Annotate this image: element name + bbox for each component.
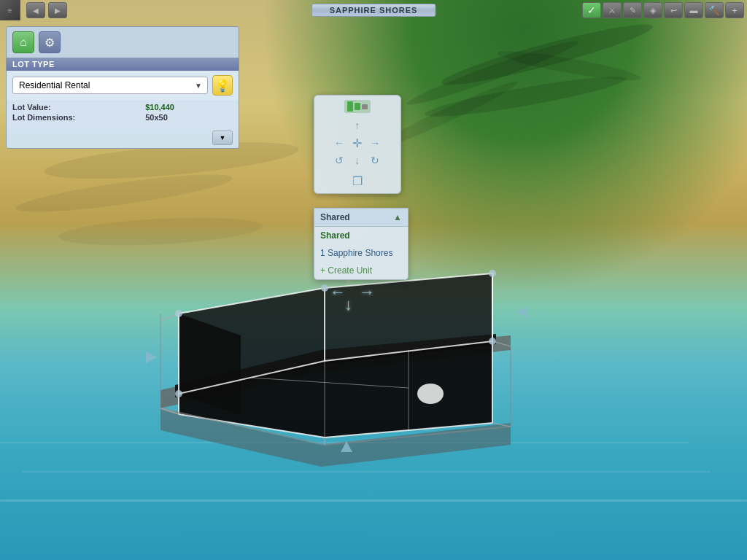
lightbulb-icon: 💡 <box>215 79 230 93</box>
popup-control-grid: ↑ ← ✛ → ↺ ↓ ↻ <box>331 117 384 168</box>
ctrl-up-button[interactable]: ↑ <box>349 117 365 133</box>
ctrl-empty-1 <box>331 117 347 133</box>
svg-point-34 <box>175 310 182 317</box>
lot-wireframe <box>73 146 598 474</box>
topbar-right-buttons: ✓ ⚔ ✎ ◈ ↩ ▬ 🔨 + <box>582 0 747 20</box>
unit-sapphire-label: 1 Sapphire Shores <box>320 248 392 258</box>
unit-item-create[interactable]: + Create Unit <box>314 262 408 279</box>
ctrl-center-button[interactable]: ✛ <box>349 135 365 151</box>
topbar-title: Sapphire Shores <box>311 4 436 17</box>
gear-button[interactable]: ⚙ <box>39 31 61 53</box>
ctrl-empty-2 <box>367 117 383 133</box>
lot-value: $10,440 <box>145 103 233 112</box>
ctrl-copy-row: ❐ <box>319 173 396 189</box>
undo-button[interactable]: ↩ <box>664 2 683 18</box>
tool-button-4[interactable]: ▬ <box>684 2 703 18</box>
panel-header: ⌂ ⚙ <box>7 27 239 58</box>
unit-dropdown-header[interactable]: Shared ▲ <box>314 209 408 227</box>
popup-stat-bar <box>319 100 396 113</box>
unit-create-label: + Create Unit <box>320 265 372 276</box>
lot-info-grid: Lot Value: $10,440 Lot Dimensions: 50x50 <box>7 100 239 128</box>
move-arrow-left[interactable]: ← <box>330 283 346 302</box>
bar-seg-1 <box>347 101 353 112</box>
ctrl-copy-button[interactable]: ❐ <box>349 173 365 189</box>
ctrl-left-button[interactable]: ← <box>331 135 347 151</box>
nav-back-button[interactable]: ◀ <box>26 2 45 18</box>
lot-type-dropdown-wrapper: Residential Rental ▼ <box>12 77 208 94</box>
tool-button-1[interactable]: ⚔ <box>603 2 622 18</box>
object-control-popup: ↑ ← ✛ → ↺ ↓ ↻ ❐ <box>314 95 401 194</box>
lot-type-value: Residential Rental <box>19 80 90 90</box>
topbar: ≡ ◀ ▶ Sapphire Shores ✓ ⚔ ✎ ◈ ↩ ▬ 🔨 <box>0 0 747 20</box>
ctrl-rotate-right-button[interactable]: ↻ <box>367 152 383 168</box>
lot-type-row: Residential Rental ▼ 💡 <box>7 71 239 100</box>
move-arrow-right[interactable]: → <box>359 283 375 302</box>
svg-point-37 <box>175 390 182 397</box>
unit-item-sapphire[interactable]: 1 Sapphire Shores <box>314 244 408 262</box>
lot-type-section-label: Lot Type <box>7 58 239 71</box>
bar-seg-2 <box>355 103 360 110</box>
topbar-left-area: ≡ <box>0 0 20 20</box>
lot-dimensions-label: Lot Dimensions: <box>12 113 133 122</box>
svg-point-35 <box>321 284 328 292</box>
tool-button-2[interactable]: ✎ <box>623 2 642 18</box>
bar-seg-3 <box>362 104 368 109</box>
ctrl-rotate-left-button[interactable]: ↺ <box>331 152 347 168</box>
lot-type-dropdown[interactable]: Residential Rental <box>12 77 208 94</box>
world-name: Sapphire Shores <box>330 6 418 15</box>
lot-value-label: Lot Value: <box>12 103 133 112</box>
unit-shared-label: Shared <box>320 230 350 241</box>
lighting-button[interactable]: 💡 <box>212 75 233 96</box>
lot-dimensions-value: 50x50 <box>145 113 233 122</box>
home-icon: ⌂ <box>20 36 27 49</box>
ctrl-down-button[interactable]: ↓ <box>349 152 365 168</box>
tool-button-3[interactable]: ◈ <box>643 2 662 18</box>
gear-icon: ⚙ <box>44 36 55 50</box>
svg-point-38 <box>489 338 496 345</box>
chevron-up-icon: ▲ <box>393 212 402 222</box>
svg-marker-39 <box>146 351 157 363</box>
confirm-button[interactable]: ✓ <box>582 2 601 18</box>
nav-forward-button[interactable]: ▶ <box>48 2 67 18</box>
left-panel: ⌂ ⚙ Lot Type Residential Rental ▼ 💡 Lot … <box>6 26 239 149</box>
unit-item-shared[interactable]: Shared <box>314 227 408 244</box>
panel-collapse-button[interactable]: ▼ <box>212 131 233 145</box>
lot-panel-footer: ▼ <box>7 128 239 148</box>
home-button[interactable]: ⌂ <box>12 31 34 53</box>
svg-marker-40 <box>516 306 527 318</box>
stat-bar <box>344 100 371 113</box>
ctrl-right-button[interactable]: → <box>367 135 383 151</box>
lot-type-text: Lot Type <box>12 60 55 69</box>
svg-point-33 <box>417 384 444 404</box>
svg-point-36 <box>489 270 496 277</box>
topbar-nav: ◀ ▶ <box>20 0 73 20</box>
add-button[interactable]: + <box>725 2 744 18</box>
unit-dropdown-header-label: Shared <box>320 212 350 222</box>
unit-dropdown-panel: Shared ▲ Shared 1 Sapphire Shores + Crea… <box>314 208 409 280</box>
tool-button-5[interactable]: 🔨 <box>705 2 724 18</box>
